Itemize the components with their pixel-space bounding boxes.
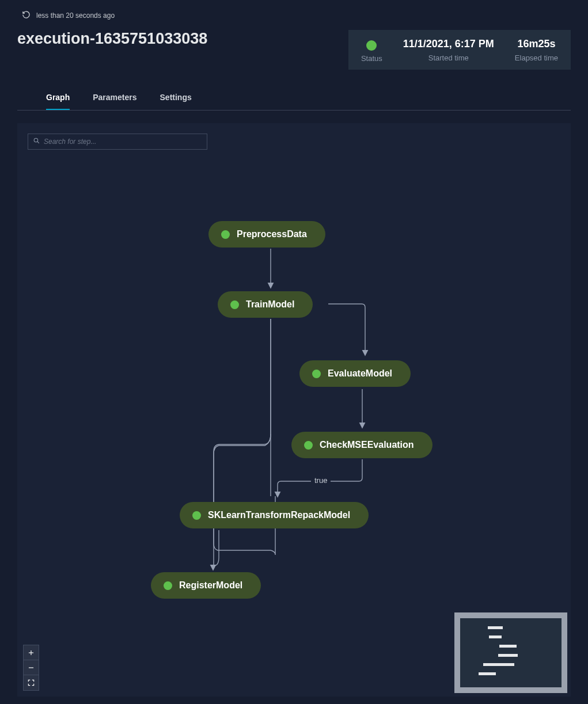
status-label: Status bbox=[361, 54, 382, 63]
tab-graph[interactable]: Graph bbox=[46, 93, 70, 110]
status-dot-icon bbox=[221, 230, 230, 239]
node-sklearn-transform-repack-model[interactable]: SKLearnTransformRepackModel bbox=[180, 502, 369, 528]
minimap-viewport bbox=[460, 618, 562, 687]
tabs: Graph Parameters Settings bbox=[17, 70, 571, 111]
status-dot-icon bbox=[192, 511, 201, 520]
edge-label-true: true bbox=[311, 476, 331, 485]
svg-point-0 bbox=[34, 138, 37, 142]
status-panel: Status 11/1/2021, 6:17 PM Started time 1… bbox=[348, 30, 571, 70]
node-label: TrainModel bbox=[246, 299, 294, 310]
status-dot-icon bbox=[312, 370, 321, 378]
tab-settings[interactable]: Settings bbox=[160, 93, 192, 110]
node-label: PreprocessData bbox=[237, 229, 307, 239]
zoom-controls bbox=[23, 645, 39, 691]
search-input[interactable] bbox=[44, 138, 202, 146]
fullscreen-button[interactable] bbox=[24, 675, 39, 690]
refresh-ago-text: less than 20 seconds ago bbox=[36, 12, 115, 20]
node-check-mse-evaluation[interactable]: CheckMSEEvaluation bbox=[291, 432, 433, 458]
status-indicator-icon bbox=[366, 40, 377, 51]
node-evaluate-model[interactable]: EvaluateModel bbox=[299, 360, 411, 387]
page-title: execution-1635751033038 bbox=[17, 30, 207, 48]
node-preprocess-data[interactable]: PreprocessData bbox=[208, 221, 325, 248]
started-time-label: Started time bbox=[428, 54, 469, 62]
node-label: SKLearnTransformRepackModel bbox=[208, 510, 350, 520]
status-dot-icon bbox=[304, 441, 313, 450]
zoom-out-button[interactable] bbox=[24, 660, 39, 675]
node-label: EvaluateModel bbox=[328, 368, 392, 379]
refresh-icon[interactable] bbox=[22, 10, 31, 21]
node-train-model[interactable]: TrainModel bbox=[218, 291, 313, 318]
node-register-model[interactable]: RegisterModel bbox=[151, 572, 261, 599]
elapsed-label: Elapsed time bbox=[515, 54, 558, 62]
node-label: RegisterModel bbox=[179, 580, 242, 591]
zoom-in-button[interactable] bbox=[24, 645, 39, 660]
status-dot-icon bbox=[230, 300, 239, 309]
search-icon bbox=[33, 136, 40, 147]
minimap[interactable] bbox=[454, 612, 567, 693]
elapsed-value: 16m25s bbox=[517, 38, 555, 50]
svg-line-1 bbox=[37, 142, 39, 143]
status-dot-icon bbox=[164, 581, 172, 590]
search-box bbox=[28, 134, 207, 150]
edges-layer bbox=[17, 123, 571, 697]
tab-parameters[interactable]: Parameters bbox=[93, 93, 136, 110]
node-label: CheckMSEEvaluation bbox=[320, 440, 414, 450]
started-time-value: 11/1/2021, 6:17 PM bbox=[403, 38, 494, 50]
graph-canvas[interactable]: PreprocessData TrainModel EvaluateModel … bbox=[17, 123, 571, 697]
